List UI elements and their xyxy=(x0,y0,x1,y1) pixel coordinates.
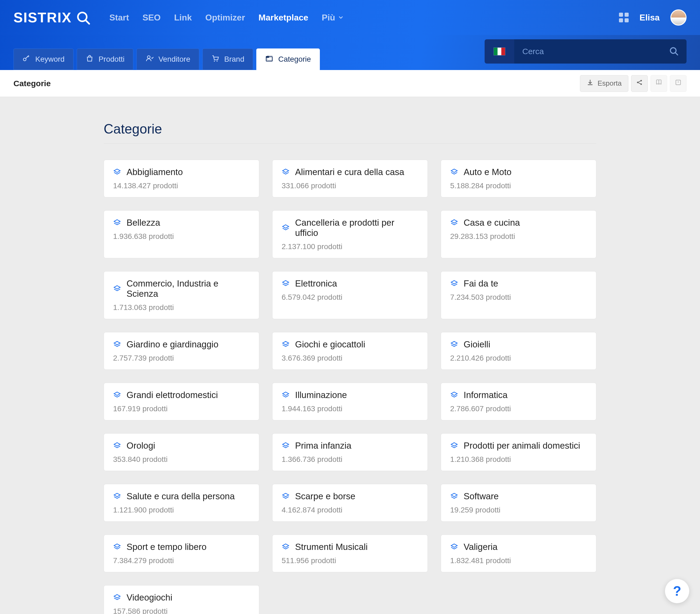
category-name: Abbigliamento xyxy=(126,167,183,177)
nav-item-marketplace[interactable]: Marketplace xyxy=(259,13,308,23)
category-count: 3.676.369 prodotti xyxy=(282,354,418,363)
flag-it-icon xyxy=(493,47,505,56)
help-icon: ? xyxy=(673,583,682,599)
category-card[interactable]: Giochi e giocattoli3.676.369 prodotti xyxy=(272,332,428,370)
category-card[interactable]: Prima infanzia1.366.736 prodotti xyxy=(272,433,428,471)
nav-item-more[interactable]: Più xyxy=(322,13,344,23)
category-card[interactable]: Videogiochi157.586 prodotti xyxy=(104,585,259,614)
logo[interactable]: SISTRIX xyxy=(13,10,90,26)
category-card[interactable]: Gioielli2.210.426 prodotti xyxy=(441,332,596,370)
tab-venditore[interactable]: Venditore xyxy=(137,48,199,70)
main-nav: StartSEOLinkOptimizerMarketplacePiù xyxy=(109,13,344,23)
category-card[interactable]: Auto e Moto5.188.284 prodotti xyxy=(441,160,596,197)
toolbar: Categorie Esporta xyxy=(0,70,700,97)
category-card[interactable]: Sport e tempo libero7.384.279 prodotti xyxy=(104,535,259,572)
layers-icon xyxy=(450,340,458,348)
category-card[interactable]: Elettronica6.579.042 prodotti xyxy=(272,271,428,319)
category-card[interactable]: Illuminazione1.944.163 prodotti xyxy=(272,383,428,420)
category-card[interactable]: Alimentari e cura della casa331.066 prod… xyxy=(272,160,428,197)
bag-icon xyxy=(86,54,94,64)
layers-icon xyxy=(113,340,121,348)
layers-icon xyxy=(450,543,458,551)
tab-categorie[interactable]: Categorie xyxy=(256,48,320,70)
category-count: 6.579.042 prodotti xyxy=(282,293,418,302)
category-card[interactable]: Informatica2.786.607 prodotti xyxy=(441,383,596,420)
category-card[interactable]: Bellezza1.936.638 prodotti xyxy=(104,210,259,258)
category-card[interactable]: Grandi elettrodomestici167.919 prodotti xyxy=(104,383,259,420)
category-card[interactable]: Prodotti per animali domestici1.210.368 … xyxy=(441,433,596,471)
category-count: 157.586 prodotti xyxy=(113,607,250,614)
username[interactable]: Elisa xyxy=(639,13,660,23)
book-button[interactable] xyxy=(650,75,667,92)
category-card[interactable]: Valigeria1.832.481 prodotti xyxy=(441,535,596,572)
category-card[interactable]: Cancelleria e prodotti per ufficio2.137.… xyxy=(272,210,428,258)
layers-icon xyxy=(282,224,290,232)
layers-icon xyxy=(113,543,121,551)
category-count: 1.936.638 prodotti xyxy=(113,232,250,241)
help-button[interactable]: ? xyxy=(665,579,689,603)
category-name: Salute e cura della persona xyxy=(126,491,235,501)
category-card[interactable]: Giardino e giardinaggio2.757.739 prodott… xyxy=(104,332,259,370)
category-card[interactable]: Commercio, Industria e Scienza1.713.063 … xyxy=(104,271,259,319)
category-card[interactable]: Orologi353.840 prodotti xyxy=(104,433,259,471)
avatar[interactable] xyxy=(671,10,687,26)
category-count: 14.138.427 prodotti xyxy=(113,182,250,190)
category-card[interactable]: Abbigliamento14.138.427 prodotti xyxy=(104,160,259,197)
search-input[interactable] xyxy=(522,47,669,56)
nav-item-optimizer[interactable]: Optimizer xyxy=(205,13,245,23)
category-card[interactable]: Strumenti Musicali511.956 prodotti xyxy=(272,535,428,572)
category-card[interactable]: Fai da te7.234.503 prodotti xyxy=(441,271,596,319)
category-count: 19.259 prodotti xyxy=(450,506,587,514)
layers-icon xyxy=(450,442,458,450)
category-name: Giardino e giardinaggio xyxy=(126,339,218,349)
export-button[interactable]: Esporta xyxy=(580,75,628,92)
content: Categorie Abbigliamento14.138.427 prodot… xyxy=(0,97,700,614)
category-card[interactable]: Salute e cura della persona1.121.900 pro… xyxy=(104,484,259,521)
nav-item-seo[interactable]: SEO xyxy=(142,13,161,23)
layers-icon xyxy=(282,280,290,287)
category-count: 7.234.503 prodotti xyxy=(450,293,587,302)
category-name: Bellezza xyxy=(126,218,160,228)
category-card[interactable]: Software19.259 prodotti xyxy=(441,484,596,521)
category-name: Giochi e giocattoli xyxy=(295,339,365,349)
tab-keyword[interactable]: Keyword xyxy=(13,48,74,70)
category-card[interactable]: Scarpe e borse4.162.874 prodotti xyxy=(272,484,428,521)
category-name: Sport e tempo libero xyxy=(126,542,207,552)
nav-item-start[interactable]: Start xyxy=(109,13,129,23)
search-button[interactable] xyxy=(669,46,678,57)
layers-icon xyxy=(113,492,121,500)
layers-icon xyxy=(113,442,121,450)
category-count: 511.956 prodotti xyxy=(282,556,418,565)
category-count: 1.210.368 prodotti xyxy=(450,455,587,464)
layers-icon xyxy=(113,391,121,399)
nav-item-link[interactable]: Link xyxy=(174,13,192,23)
category-card[interactable]: Casa e cucina29.283.153 prodotti xyxy=(441,210,596,258)
category-count: 5.188.284 prodotti xyxy=(450,182,587,190)
category-name: Commercio, Industria e Scienza xyxy=(126,279,250,299)
layers-icon xyxy=(450,280,458,287)
category-name: Auto e Moto xyxy=(464,167,512,177)
category-name: Valigeria xyxy=(464,542,498,552)
share-icon xyxy=(636,79,643,88)
nav-label: Start xyxy=(109,13,129,22)
category-name: Elettronica xyxy=(295,279,337,289)
category-count: 29.283.153 prodotti xyxy=(450,232,587,241)
person-icon xyxy=(146,54,153,64)
logo-text: SISTRIX xyxy=(13,10,72,26)
tab-label: Keyword xyxy=(35,55,65,63)
shortcut-button[interactable] xyxy=(670,75,687,92)
layers-icon xyxy=(113,593,121,602)
main-header: SISTRIX StartSEOLinkOptimizerMarketplace… xyxy=(0,0,700,35)
country-selector[interactable] xyxy=(485,39,514,63)
tab-prodotti[interactable]: Prodotti xyxy=(77,48,134,70)
tab-brand[interactable]: Brand xyxy=(202,48,253,70)
tab-label: Brand xyxy=(224,55,245,63)
category-name: Cancelleria e prodotti per ufficio xyxy=(295,218,418,238)
category-name: Gioielli xyxy=(464,339,490,349)
layers-icon xyxy=(113,168,121,176)
tab-label: Venditore xyxy=(158,55,190,63)
share-button[interactable] xyxy=(631,75,648,92)
app-switcher-icon[interactable] xyxy=(619,13,629,22)
category-name: Alimentari e cura della casa xyxy=(295,167,404,177)
nav-label: Optimizer xyxy=(205,13,245,22)
